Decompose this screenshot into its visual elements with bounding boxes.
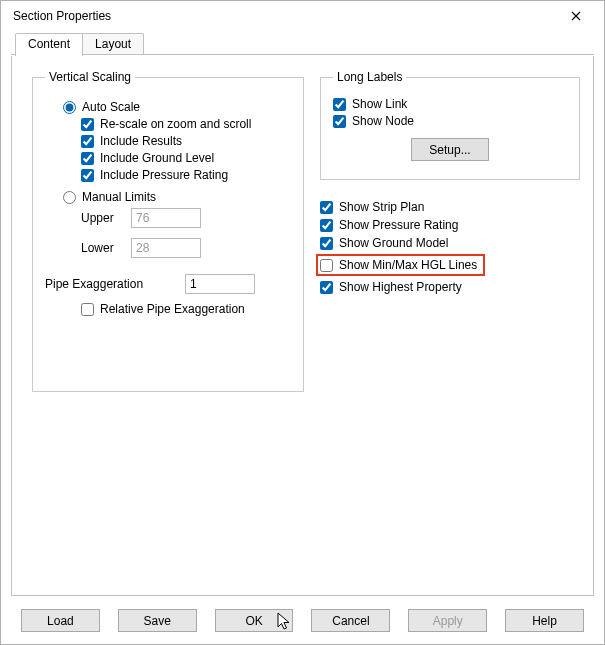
include-pressure-label: Include Pressure Rating [100, 168, 228, 182]
pipe-exag-input[interactable] [185, 274, 255, 294]
include-ground-checkbox[interactable]: Include Ground Level [81, 151, 214, 165]
lower-input[interactable] [131, 238, 201, 258]
show-hgl-lines-checkbox[interactable]: Show Min/Max HGL Lines [320, 258, 477, 272]
rescale-checkbox[interactable]: Re-scale on zoom and scroll [81, 117, 251, 131]
upper-input[interactable] [131, 208, 201, 228]
show-pressure-rating-checkbox[interactable]: Show Pressure Rating [320, 218, 458, 232]
window-title: Section Properties [13, 9, 556, 23]
vertical-scaling-group: Vertical Scaling Auto Scale Re-scale on … [32, 70, 304, 392]
show-link-checkbox[interactable]: Show Link [333, 97, 407, 111]
show-node-checkbox[interactable]: Show Node [333, 114, 414, 128]
show-pressure-rating-label: Show Pressure Rating [339, 218, 458, 232]
load-button[interactable]: Load [21, 609, 100, 632]
rescale-label: Re-scale on zoom and scroll [100, 117, 251, 131]
show-strip-plan-checkbox[interactable]: Show Strip Plan [320, 200, 424, 214]
show-ground-model-label: Show Ground Model [339, 236, 448, 250]
show-highest-prop-checkbox[interactable]: Show Highest Property [320, 280, 462, 294]
dialog-buttons: Load Save OK Cancel Apply Help [11, 609, 594, 632]
help-button[interactable]: Help [505, 609, 584, 632]
cancel-button[interactable]: Cancel [311, 609, 390, 632]
show-highest-prop-label: Show Highest Property [339, 280, 462, 294]
manual-limits-label: Manual Limits [82, 190, 156, 204]
manual-limits-radio[interactable]: Manual Limits [63, 190, 156, 204]
close-icon [571, 11, 581, 21]
hgl-lines-highlight: Show Min/Max HGL Lines [316, 254, 485, 276]
long-labels-legend: Long Labels [333, 70, 406, 84]
right-column: Long Labels Show Link Show Node Setup... [320, 70, 580, 298]
show-link-label: Show Link [352, 97, 407, 111]
tab-panel-content: Vertical Scaling Auto Scale Re-scale on … [11, 56, 594, 596]
lower-label: Lower [81, 241, 131, 255]
upper-label: Upper [81, 211, 131, 225]
show-strip-plan-label: Show Strip Plan [339, 200, 424, 214]
ok-button[interactable]: OK [215, 609, 294, 632]
setup-button[interactable]: Setup... [411, 138, 489, 161]
show-hgl-lines-label: Show Min/Max HGL Lines [339, 258, 477, 272]
include-results-checkbox[interactable]: Include Results [81, 134, 182, 148]
include-results-label: Include Results [100, 134, 182, 148]
show-options-list: Show Strip Plan Show Pressure Rating Sho… [320, 200, 580, 294]
left-column: Vertical Scaling Auto Scale Re-scale on … [32, 70, 304, 392]
tab-content[interactable]: Content [15, 33, 83, 56]
relative-exag-checkbox[interactable]: Relative Pipe Exaggeration [81, 302, 245, 316]
auto-scale-label: Auto Scale [82, 100, 140, 114]
save-button[interactable]: Save [118, 609, 197, 632]
tabstrip: Content Layout [1, 31, 604, 55]
dialog-window: Section Properties Content Layout Vertic… [0, 0, 605, 645]
tab-layout[interactable]: Layout [82, 33, 144, 55]
long-labels-group: Long Labels Show Link Show Node Setup... [320, 70, 580, 180]
relative-exag-label: Relative Pipe Exaggeration [100, 302, 245, 316]
include-pressure-checkbox[interactable]: Include Pressure Rating [81, 168, 228, 182]
vertical-scaling-legend: Vertical Scaling [45, 70, 135, 84]
apply-button[interactable]: Apply [408, 609, 487, 632]
auto-scale-radio[interactable]: Auto Scale [63, 100, 140, 114]
titlebar: Section Properties [1, 1, 604, 31]
include-ground-label: Include Ground Level [100, 151, 214, 165]
close-button[interactable] [556, 2, 596, 30]
pipe-exag-label: Pipe Exaggeration [45, 277, 185, 291]
show-ground-model-checkbox[interactable]: Show Ground Model [320, 236, 448, 250]
show-node-label: Show Node [352, 114, 414, 128]
